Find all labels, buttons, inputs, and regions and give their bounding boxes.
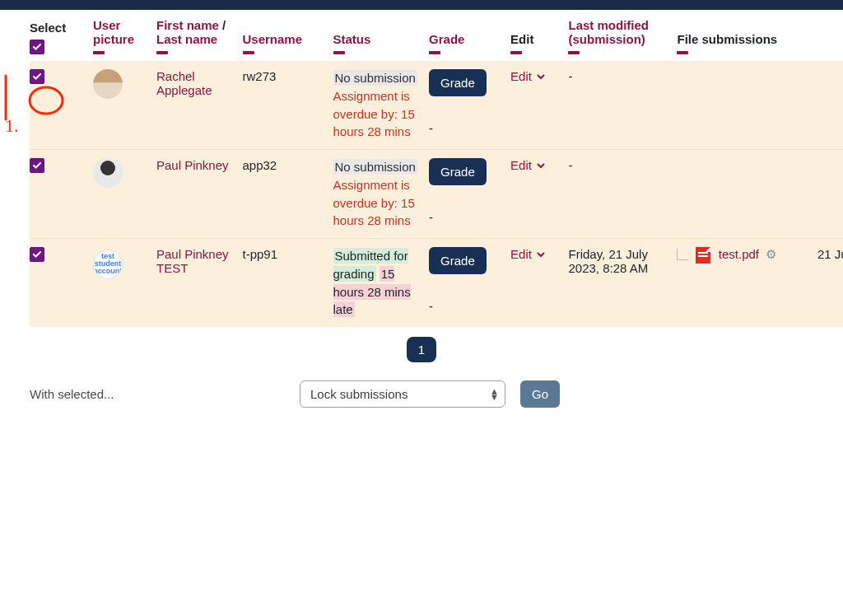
grade-button[interactable]: Grade — [429, 69, 487, 96]
avatar[interactable] — [93, 69, 123, 99]
edit-label: Edit — [510, 69, 532, 83]
chevron-down-icon — [537, 161, 545, 170]
sort-indicator-icon[interactable] — [429, 51, 440, 54]
col-header-first-name[interactable]: First name — [156, 18, 219, 32]
bulk-label: With selected... — [30, 387, 285, 401]
page-current[interactable]: 1 — [407, 337, 436, 362]
col-header-grade[interactable]: Grade — [429, 32, 464, 46]
row-checkbox[interactable] — [30, 158, 44, 173]
chevron-down-icon — [537, 250, 545, 259]
grade-value: - — [429, 121, 502, 135]
table-row: Rachel Applegate rw273 No submission Ass… — [30, 61, 843, 150]
row-checkbox[interactable] — [30, 69, 44, 84]
status-badge: Submitted for grading — [333, 248, 408, 282]
overdue-text: Assignment is overdue by: 15 hours 28 mi… — [333, 178, 415, 228]
modified-text: Friday, 21 July 2023, 8:28 AM — [568, 247, 648, 275]
submissions-table: Select User picture First name / Last na… — [30, 10, 843, 327]
check-icon — [32, 72, 42, 82]
tree-indent-icon — [677, 249, 688, 260]
bulk-action-select[interactable]: Lock submissions ▲▼ — [300, 380, 505, 408]
col-header-picture[interactable]: User picture — [93, 18, 134, 46]
username-text: t-pp91 — [243, 247, 278, 261]
top-nav-bar — [0, 0, 843, 10]
submissions-table-wrap: Select User picture First name / Last na… — [0, 10, 843, 327]
col-header-select: Select — [30, 21, 66, 35]
edit-menu[interactable]: Edit — [510, 69, 545, 83]
status-badge: No submission — [333, 159, 417, 175]
sort-indicator-icon[interactable] — [243, 51, 254, 54]
avatar[interactable] — [93, 158, 123, 188]
grade-button[interactable]: Grade — [429, 158, 487, 185]
header-row: Select User picture First name / Last na… — [30, 10, 843, 61]
username-text: rw273 — [243, 69, 277, 83]
status-badge: No submission — [333, 70, 417, 86]
col-header-last-name[interactable]: Last name — [156, 32, 217, 46]
check-icon — [32, 161, 42, 170]
sort-indicator-icon[interactable] — [510, 51, 522, 54]
grade-button[interactable]: Grade — [429, 247, 487, 274]
col-header-username[interactable]: Username — [243, 32, 303, 46]
grade-value: - — [429, 210, 502, 224]
sort-indicator-icon[interactable] — [333, 51, 345, 54]
edit-menu[interactable]: Edit — [510, 247, 545, 261]
select-all-checkbox[interactable] — [30, 40, 44, 54]
avatar[interactable]: test student account — [93, 250, 123, 279]
sort-indicator-icon[interactable] — [568, 51, 580, 54]
student-name-link[interactable]: Rachel Applegate — [156, 69, 212, 97]
select-display[interactable]: Lock submissions — [300, 380, 505, 408]
pagination: 1 — [0, 327, 843, 377]
pdf-icon — [696, 247, 710, 264]
col-header-edit: Edit — [510, 32, 533, 46]
modified-text: - — [568, 69, 572, 83]
sort-indicator-icon[interactable] — [156, 51, 168, 54]
edit-label: Edit — [510, 158, 532, 172]
check-icon — [32, 42, 42, 52]
file-link[interactable]: test.pdf — [719, 247, 759, 261]
username-text: app32 — [243, 158, 277, 172]
table-row: Paul Pinkney app32 No submission Assignm… — [30, 150, 843, 239]
bulk-action-row: With selected... Lock submissions ▲▼ Go — [0, 377, 843, 424]
sort-indicator-icon[interactable] — [677, 51, 688, 54]
row-checkbox[interactable] — [30, 247, 44, 262]
col-header-status[interactable]: Status — [333, 32, 371, 46]
modified-text: - — [568, 158, 572, 172]
edit-menu[interactable]: Edit — [510, 158, 545, 172]
chevron-down-icon — [537, 72, 545, 81]
overdue-text: Assignment is overdue by: 15 hours 28 mi… — [333, 89, 415, 139]
col-header-files: File submissions — [677, 32, 777, 46]
sort-indicator-icon[interactable] — [93, 51, 105, 54]
file-side-text: 21 July 2023, 8 — [817, 247, 843, 261]
student-name-link[interactable]: Paul Pinkney — [156, 158, 229, 172]
col-header-modified[interactable]: Last modified (submission) — [568, 18, 649, 46]
student-name-link[interactable]: Paul Pinkney TEST — [156, 247, 229, 275]
go-button[interactable]: Go — [520, 380, 560, 408]
table-row: test student account Paul Pinkney TEST t… — [30, 239, 843, 328]
check-icon — [32, 250, 42, 259]
gear-icon[interactable]: ⚙ — [766, 247, 776, 261]
grade-value: - — [429, 299, 502, 313]
edit-label: Edit — [510, 247, 532, 261]
